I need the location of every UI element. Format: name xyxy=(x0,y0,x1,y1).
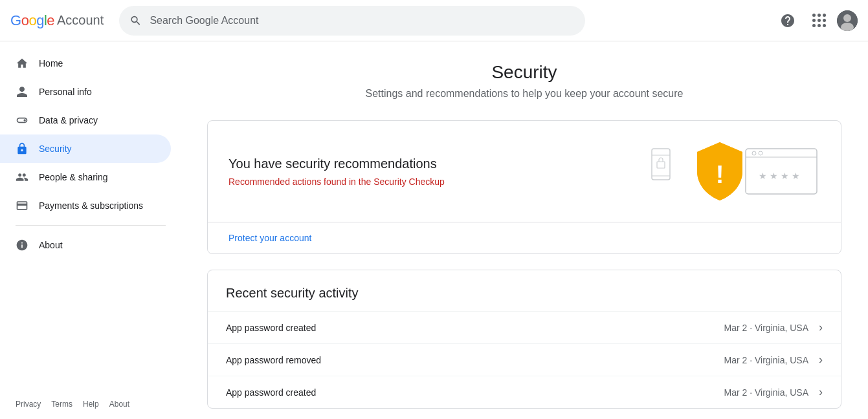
sidebar-item-personal-info[interactable]: Personal info xyxy=(0,78,171,106)
chevron-right-icon-1: › xyxy=(819,353,823,367)
activity-item-2-name: App password created xyxy=(226,387,724,398)
sidebar-item-security[interactable]: Security xyxy=(0,134,171,163)
sidebar: Home Personal info Data & privacy Securi… xyxy=(0,41,181,419)
recommendation-card-bottom: Protect your account xyxy=(208,222,841,253)
sidebar-divider xyxy=(16,225,166,226)
sidebar-item-personal-info-label: Personal info xyxy=(39,87,92,97)
sidebar-item-people-sharing-label: People & sharing xyxy=(39,172,108,182)
sidebar-item-people-sharing[interactable]: People & sharing xyxy=(0,163,171,191)
browser-icon: ★ ★ ★ ★ xyxy=(742,145,820,197)
header: Google Account xyxy=(0,0,868,41)
grid-icon xyxy=(811,12,827,28)
svg-point-11 xyxy=(759,151,762,155)
sidebar-footer: Privacy Terms Help About xyxy=(0,389,181,419)
activity-item-0-name: App password created xyxy=(226,323,724,333)
header-account-label: Account xyxy=(57,13,104,28)
recommendation-card-top: You have security recommendations Recomm… xyxy=(208,121,841,222)
page-title: Security xyxy=(207,62,841,83)
search-input[interactable] xyxy=(150,15,575,27)
activity-item-1[interactable]: App password removed Mar 2 · Virginia, U… xyxy=(208,343,841,376)
svg-rect-3 xyxy=(652,149,670,180)
sidebar-item-data-privacy-label: Data & privacy xyxy=(39,115,98,125)
svg-point-10 xyxy=(752,151,756,155)
activity-item-1-meta: Mar 2 · Virginia, USA xyxy=(724,355,808,365)
search-bar xyxy=(119,6,585,36)
help-button[interactable] xyxy=(775,8,801,34)
svg-text:★ ★ ★ ★: ★ ★ ★ ★ xyxy=(759,171,800,181)
footer-help-link[interactable]: Help xyxy=(83,400,99,409)
svg-point-1 xyxy=(843,14,851,22)
recommendation-subtitle: Recommended actions found in the Securit… xyxy=(228,177,639,187)
avatar[interactable] xyxy=(837,10,858,31)
recommendation-illustration: ! ★ ★ ★ ★ xyxy=(639,139,820,204)
sidebar-item-about[interactable]: About xyxy=(0,231,171,259)
shield-warning-icon: ! xyxy=(691,139,749,204)
activity-item-1-name: App password removed xyxy=(226,355,724,365)
page-subtitle: Settings and recommendations to help you… xyxy=(207,88,841,100)
recommendation-title: You have security recommendations xyxy=(228,156,639,171)
svg-rect-6 xyxy=(657,162,665,168)
sidebar-item-payments[interactable]: Payments & subscriptions xyxy=(0,191,171,220)
activity-item-0[interactable]: App password created Mar 2 · Virginia, U… xyxy=(208,311,841,343)
footer-privacy-link[interactable]: Privacy xyxy=(16,400,41,409)
people-icon xyxy=(16,171,28,184)
svg-text:!: ! xyxy=(716,161,724,188)
person-icon xyxy=(16,85,28,98)
info-icon xyxy=(16,239,28,252)
activity-item-2-meta: Mar 2 · Virginia, USA xyxy=(724,387,808,398)
lock-icon xyxy=(16,142,28,155)
recommendation-text: You have security recommendations Recomm… xyxy=(228,156,639,187)
sidebar-item-home-label: Home xyxy=(39,58,63,69)
chevron-right-icon-2: › xyxy=(819,385,823,399)
activity-card: Recent security activity App password cr… xyxy=(207,270,841,409)
layout: Home Personal info Data & privacy Securi… xyxy=(0,41,868,419)
sidebar-item-about-label: About xyxy=(39,240,63,250)
home-icon xyxy=(16,57,28,70)
footer-terms-link[interactable]: Terms xyxy=(51,400,72,409)
activity-card-title: Recent security activity xyxy=(208,270,841,311)
recommendation-card: You have security recommendations Recomm… xyxy=(207,120,841,254)
chevron-right-icon-0: › xyxy=(819,321,823,334)
google-logo-icon: Google xyxy=(10,12,54,29)
footer-about-link[interactable]: About xyxy=(109,400,129,409)
activity-item-0-meta: Mar 2 · Virginia, USA xyxy=(724,323,808,333)
activity-item-2[interactable]: App password created Mar 2 · Virginia, U… xyxy=(208,376,841,408)
google-account-logo[interactable]: Google Account xyxy=(10,12,104,29)
toggle-icon xyxy=(16,114,28,127)
sidebar-item-security-label: Security xyxy=(39,144,72,154)
card-icon xyxy=(16,199,28,212)
search-icon xyxy=(129,14,142,27)
header-actions xyxy=(775,8,858,34)
main-content: Security Settings and recommendations to… xyxy=(181,41,867,419)
sidebar-item-data-privacy[interactable]: Data & privacy xyxy=(0,106,171,134)
sidebar-item-home[interactable]: Home xyxy=(0,49,171,78)
apps-button[interactable] xyxy=(806,8,832,34)
protect-account-link[interactable]: Protect your account xyxy=(228,233,311,243)
sidebar-item-payments-label: Payments & subscriptions xyxy=(39,200,143,211)
